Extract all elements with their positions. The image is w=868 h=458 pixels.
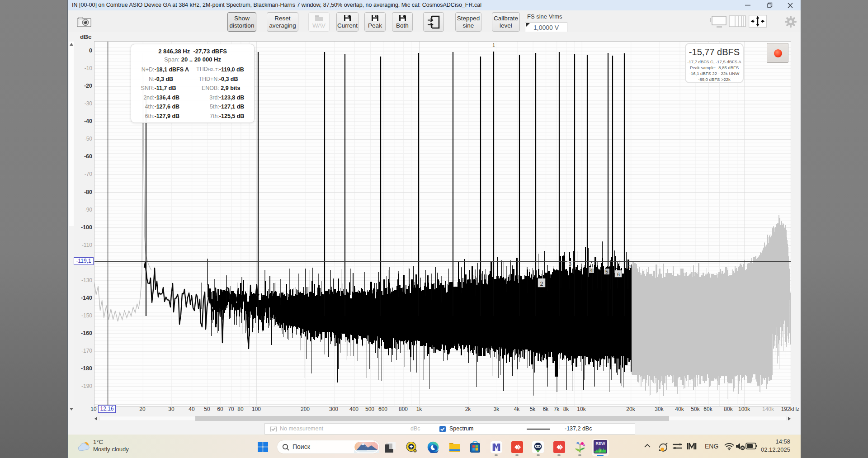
svg-text:2: 2 (540, 281, 543, 287)
svg-text:3: 3 (569, 261, 571, 267)
svg-text:6: 6 (617, 272, 620, 277)
svg-text:4: 4 (590, 268, 593, 273)
svg-text:REW: REW (596, 441, 606, 446)
svg-text:7: 7 (628, 264, 631, 270)
svg-text:1: 1 (492, 42, 495, 48)
svg-text:5: 5 (605, 269, 608, 274)
